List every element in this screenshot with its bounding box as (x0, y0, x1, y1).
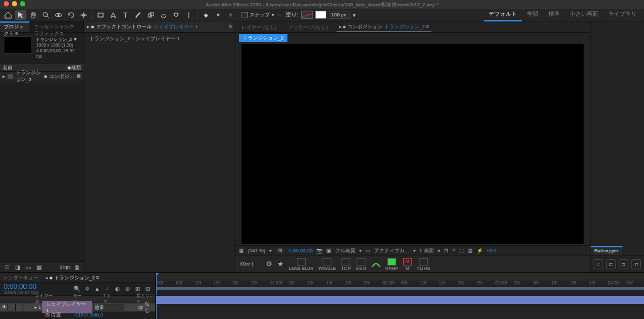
graph-editor-icon[interactable]: ⊞ (133, 284, 142, 293)
full-res-dropdown[interactable]: フル画質 (335, 247, 355, 254)
zoom-value[interactable]: (141 %) (248, 248, 265, 254)
position-x-value[interactable]: -115.0 (74, 312, 88, 318)
brush-tool[interactable] (133, 10, 144, 20)
home-icon[interactable] (3, 10, 14, 20)
tab-footage-none[interactable]: フッテージ (なし) (286, 23, 331, 32)
roto-tool[interactable] (170, 10, 182, 20)
grid-icon[interactable]: ▦ (239, 248, 244, 254)
flowchart-icon[interactable]: ⌘ (76, 74, 81, 79)
composition-viewer[interactable] (242, 44, 584, 244)
motion-blur-icon[interactable]: ⊚ (123, 284, 131, 293)
tab-render-queue[interactable]: レンダーキュー (3, 274, 38, 281)
view-axis-icon[interactable]: ✧ (225, 10, 236, 20)
rect-tool[interactable] (95, 10, 106, 20)
time-ruler[interactable]: 00f05f10f15f20f25f01:00f05f10f15f20f25f0… (156, 273, 644, 296)
workspace-item-default[interactable]: デフォルト (484, 8, 522, 21)
brainstorm-icon[interactable]: ⊟ (143, 284, 152, 293)
track-area[interactable] (156, 296, 644, 319)
tab-effect-controls[interactable]: エフェクトコントロール (96, 23, 152, 30)
current-timecode[interactable]: 0;00;00;00 (4, 283, 38, 290)
cap-butt-icon[interactable]: ⊏ (606, 259, 616, 269)
solo-icon[interactable] (9, 304, 16, 311)
tab-buttcapper[interactable]: Buttcapper (591, 246, 623, 255)
selection-tool[interactable] (15, 10, 26, 20)
layer-prop-row[interactable]: ◷ 位置 -115.0,540.0 (0, 311, 155, 319)
frame-blend-icon[interactable]: ◐ (113, 284, 121, 293)
project-row[interactable]: ▸ トランジション_2 ■ コンポジ… ⌘ (0, 72, 84, 81)
snap-toggle[interactable]: スナップ ▾ (242, 11, 274, 18)
views-dropdown[interactable]: 1 画面 (419, 247, 434, 254)
toggle-mask-icon[interactable]: ⊡ (444, 248, 448, 254)
snapshot-icon[interactable]: 📷 (316, 248, 323, 254)
resolution-dropdown[interactable]: ⊞ (275, 248, 285, 254)
active-camera-dropdown[interactable]: アクティブカ… (374, 247, 409, 254)
kbar-ramp[interactable]: RAMP (386, 258, 398, 271)
world-axis-icon[interactable]: ✦ (213, 10, 224, 20)
comp-mini-flow-icon[interactable]: ✲ (83, 284, 91, 293)
stroke-width-field[interactable] (329, 11, 350, 19)
pixel-ar-icon[interactable]: ▥ (468, 248, 473, 254)
twirl-icon[interactable]: ▸ (3, 74, 5, 79)
visibility-icon[interactable]: 👁 (1, 304, 8, 311)
pickwhip-icon[interactable]: @ (138, 305, 143, 310)
toggle-grid-icon[interactable]: ⌗ (452, 247, 455, 254)
chevron-down-icon[interactable]: ▾ (353, 12, 356, 18)
region-icon[interactable]: ▣ (326, 248, 331, 254)
blend-mode-dropdown[interactable]: 通常 (93, 304, 124, 311)
bpc-toggle[interactable]: 8 bpc (60, 265, 70, 269)
clone-tool[interactable] (145, 10, 157, 20)
kbar-m[interactable]: MM (403, 258, 412, 271)
fast-preview-icon[interactable]: ⚡ (477, 248, 483, 254)
cap-join-icon[interactable]: ⊓ (631, 259, 641, 269)
tab-layer-none[interactable]: レイヤー (なし) (239, 23, 279, 32)
draft3d-icon[interactable]: ▲ (93, 284, 101, 293)
new-folder-icon[interactable]: ▭ (24, 263, 33, 272)
kbar-tcp[interactable]: TC P (341, 258, 351, 271)
effect-target-link[interactable]: シェイプレイヤー 1 (153, 23, 198, 30)
tab-essential-graphics[interactable]: エッセンシャルグラフィックス (30, 21, 84, 32)
cap-round-icon[interactable]: ⊂ (594, 259, 603, 269)
trash-icon[interactable]: 🗑 (72, 263, 81, 272)
layer-bar-1[interactable] (156, 296, 644, 304)
stopwatch-icon[interactable]: ◷ (45, 312, 50, 318)
gear-icon[interactable]: ⚙ (266, 260, 272, 268)
anchor-tool[interactable] (78, 10, 89, 20)
tab-project[interactable]: プロジェクト ≡ (0, 21, 30, 32)
depth-icon[interactable]: ◨ (13, 263, 22, 272)
rotate-tool[interactable] (65, 10, 77, 20)
lock-icon[interactable] (16, 304, 23, 311)
snap-mode-icon[interactable]: ⸱⸱ (278, 11, 280, 18)
twirl-icon[interactable]: ▸ (35, 305, 37, 310)
tab-timeline-comp[interactable]: × ■ トランジション_2 ≡ (42, 274, 103, 282)
minimize-window-button[interactable] (12, 1, 17, 6)
close-window-button[interactable] (4, 1, 9, 6)
comp-flowchart-badge[interactable]: トランジション_2 (239, 34, 287, 42)
fullscreen-window-button[interactable] (20, 1, 25, 6)
layer-row-1[interactable]: 👁 ▸ 1 シェイプレイヤー 1 通常 @ なし (0, 303, 155, 311)
kbar-esd[interactable]: ES D (356, 258, 366, 271)
puppet-tool[interactable] (183, 10, 194, 20)
kbar-lensblur[interactable]: LENS BLUR (289, 258, 313, 271)
workspace-item-small[interactable]: 小さい画面 (565, 8, 603, 21)
time-display[interactable]: 0;00;00;00 (289, 248, 313, 254)
workspace-item-learn[interactable]: 学習 (522, 8, 543, 21)
position-y-value[interactable]: ,540.0 (89, 312, 103, 318)
cap-proj-icon[interactable]: ⊐ (619, 259, 628, 269)
orbit-tool[interactable] (53, 10, 64, 20)
workspace-item-standard[interactable]: 標準 (543, 8, 565, 21)
local-axis-icon[interactable]: ◆ (200, 10, 211, 20)
search-icon[interactable]: 🔍 (73, 284, 81, 293)
checkbox-icon[interactable] (242, 12, 248, 18)
new-comp-icon[interactable]: ▦ (35, 263, 43, 272)
twirl-icon[interactable]: ▸ (87, 24, 89, 30)
hand-tool[interactable] (28, 10, 39, 20)
tab-composition[interactable]: ▸ ■ コンポジション トランジション_2 ≡ (336, 22, 431, 32)
eraser-tool[interactable] (158, 10, 169, 20)
chevron-down-icon[interactable]: ▾ (272, 12, 274, 18)
interpret-icon[interactable]: ☰ (3, 263, 11, 272)
kbar-curve[interactable] (372, 260, 380, 268)
stroke-swatch-white[interactable] (315, 11, 326, 19)
panel-menu-icon[interactable]: ≡ (229, 24, 232, 30)
kbar-wiggle[interactable]: WIGGLE (318, 258, 336, 271)
fill-swatch-none[interactable] (301, 11, 313, 19)
